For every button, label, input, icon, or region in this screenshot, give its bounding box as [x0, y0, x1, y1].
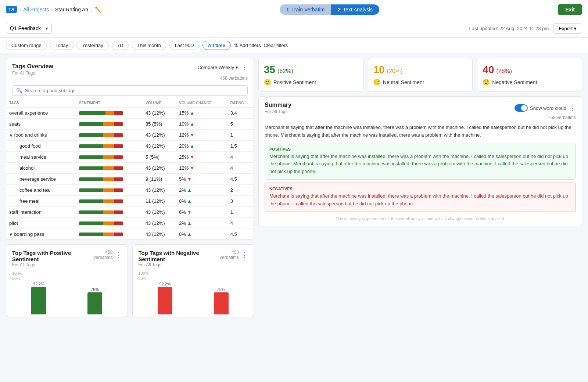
- tag-name-cell: meal service: [6, 152, 76, 163]
- tag-name-cell: ∨ boarding pass: [6, 229, 76, 240]
- table-row[interactable]: ∨ boarding pass 43 (12%)8% ▲4.5: [6, 229, 254, 240]
- negatives-box: NEGATIVES Merchant is saying that after …: [265, 183, 576, 212]
- yesterday-button[interactable]: Yesterday: [76, 41, 108, 50]
- step-2[interactable]: 2 Text Analysis: [331, 4, 379, 15]
- neutral-sentiment-card: 10 (20%) 😐 Neutral Sentiment: [368, 58, 473, 92]
- today-button[interactable]: Today: [50, 41, 74, 50]
- search-input[interactable]: [25, 88, 244, 93]
- bar-label-1: 92.2%: [33, 282, 44, 286]
- sentiment-bar-cell: [76, 152, 143, 163]
- negatives-text: Merchant is saying that after the machin…: [269, 192, 571, 208]
- positives-label: POSITIVES: [269, 147, 571, 151]
- negative-chart-sub: For All Tags: [139, 262, 216, 267]
- tag-name-cell: free meal: [6, 196, 76, 207]
- volume-change-cell: 10% ▲: [176, 119, 227, 130]
- rating-cell: 3.4: [227, 108, 254, 119]
- filter-row: Custom range Today Yesterday 7D This mon…: [0, 38, 588, 53]
- table-row[interactable]: good food 43 (12%)20% ▲1.5: [6, 141, 254, 152]
- table-row[interactable]: staff interaction 43 (12%)6% ▼1: [6, 207, 254, 218]
- rating-cell: 2: [227, 185, 254, 196]
- positive-verbatims: 458 verbatims: [89, 250, 113, 260]
- 7d-button[interactable]: 7D: [112, 41, 129, 50]
- feedback-dropdown[interactable]: Q1 Feedback: [6, 23, 52, 34]
- positive-sentiment-chart-card: Top Tags with Positive Sentiment For All…: [6, 244, 128, 317]
- custom-range-button[interactable]: Custom range: [6, 41, 47, 50]
- rating-cell: 4: [227, 152, 254, 163]
- sentiment-bar-cell: [76, 119, 143, 130]
- step-1[interactable]: 1 Train Verbatim: [280, 4, 331, 15]
- tags-table: TAGS SENTIMENT VOLUME VOLUME CHANGE RATI…: [6, 99, 254, 239]
- col-volume-change: VOLUME CHANGE: [176, 99, 227, 108]
- negative-icon: 😟: [483, 79, 490, 86]
- tags-overview-card: Tags Overview For All Tags Compare Weekl…: [6, 58, 254, 240]
- negative-label: 😟 Negative Sentiment: [483, 79, 577, 86]
- positive-chart-more-button[interactable]: ⋮: [115, 251, 122, 259]
- tag-name-cell: alcohol: [6, 163, 76, 174]
- main-content: Tags Overview For All Tags Compare Weekl…: [0, 53, 588, 321]
- this-month-button[interactable]: This month: [132, 41, 166, 50]
- tags-more-options-button[interactable]: ⋮: [241, 63, 248, 71]
- rating-cell: 4: [227, 218, 254, 229]
- word-cloud-switch[interactable]: [514, 104, 528, 112]
- table-row[interactable]: coffee and tea 43 (12%)2% ▲2: [6, 185, 254, 196]
- edit-icon[interactable]: ✏️: [95, 7, 101, 12]
- positive-label: 🙂 Positive Sentiment: [264, 79, 358, 86]
- export-button[interactable]: Export ▾: [553, 23, 582, 34]
- tags-verbatims-count: 458 verbatims: [6, 76, 254, 82]
- negative-chart-more-button[interactable]: ⋮: [241, 251, 248, 259]
- volume-change-cell: 8% ▲: [176, 196, 227, 207]
- table-row[interactable]: pilot 43 (12%)2% ▲4: [6, 218, 254, 229]
- sentiment-bar-cell: [76, 163, 143, 174]
- positives-text: Merchant is saying that after the machin…: [269, 153, 571, 176]
- table-row[interactable]: free meal 11 (12%)8% ▲3: [6, 196, 254, 207]
- clear-filters-button[interactable]: Clear filters: [263, 43, 288, 48]
- sentiment-bar-cell: [76, 229, 143, 240]
- summary-more-button[interactable]: ⋮: [569, 104, 576, 112]
- table-row[interactable]: seats 85 (5%)10% ▲5: [6, 119, 254, 130]
- last-90d-button[interactable]: Last 90D: [169, 41, 200, 50]
- compare-weekly-button[interactable]: Compare Weekly ▾: [198, 65, 238, 70]
- rating-cell: 3: [227, 196, 254, 207]
- volume-cell: 9 (11%): [143, 174, 176, 185]
- negative-sentiment-card: 40 (28%) 😟 Negative Sentiment: [477, 58, 582, 92]
- summary-title: Summary: [265, 102, 291, 108]
- neutral-pct: (20%): [387, 68, 403, 75]
- tag-search-bar: 🔍: [12, 85, 248, 96]
- feedback-dropdown-wrap: Q1 Feedback: [6, 23, 52, 34]
- volume-cell: 85 (5%): [143, 119, 176, 130]
- volume-cell: 43 (12%): [143, 108, 176, 119]
- summary-card: Summary For All Tags Show word cloud ⋮ 4…: [258, 96, 582, 226]
- right-panel: 35 (62%) 🙂 Positive Sentiment 10 (20%) 😐…: [258, 58, 582, 317]
- ta-badge: TA: [6, 6, 17, 13]
- volume-cell: 43 (12%): [143, 141, 176, 152]
- breadcrumb: TA › All Projects › Star Rating An... ✏️: [6, 6, 101, 13]
- volume-change-cell: 15% ▲: [176, 108, 227, 119]
- filter-icon: ⚗: [234, 43, 238, 48]
- volume-change-cell: 2% ▲: [176, 218, 227, 229]
- positive-chart-sub: For All Tags: [12, 262, 89, 267]
- sentiment-bar-cell: [76, 141, 143, 152]
- table-row[interactable]: overall experience 43 (12%)15% ▲3.4: [6, 108, 254, 119]
- sentiment-bar-cell: [76, 196, 143, 207]
- summary-footer: This summary is generated for the overal…: [265, 216, 576, 221]
- bar-1: [31, 287, 46, 314]
- neg-bar-1: [158, 287, 172, 314]
- exit-button[interactable]: Exit: [558, 4, 582, 15]
- volume-cell: 11 (12%): [143, 196, 176, 207]
- table-row[interactable]: beverage service 9 (11%)5% ▼4.5: [6, 174, 254, 185]
- project-name: Star Rating An...: [55, 7, 93, 12]
- neg-bar-label-2: 78%: [217, 287, 225, 292]
- volume-cell: 5 (5%): [143, 152, 176, 163]
- all-time-button[interactable]: All time: [202, 41, 231, 50]
- table-row[interactable]: ∧ food and drinks 43 (12%)12% ▼1: [6, 130, 254, 141]
- bottom-charts: Top Tags with Positive Sentiment For All…: [6, 244, 254, 317]
- table-row[interactable]: alcohol 43 (12%)12% ▼4: [6, 163, 254, 174]
- summary-main-text: Merchant is saying that after the machin…: [265, 124, 576, 139]
- table-row[interactable]: meal service 5 (5%)25% ▼4: [6, 152, 254, 163]
- all-projects-link[interactable]: All Projects: [23, 7, 49, 12]
- tags-subtitle: For All Tags: [12, 71, 53, 76]
- volume-change-cell: 12% ▼: [176, 130, 227, 141]
- volume-cell: 43 (12%): [143, 207, 176, 218]
- add-filters-button[interactable]: ⚗ Add filters: [234, 43, 261, 48]
- col-sentiment: SENTIMENT: [76, 99, 143, 108]
